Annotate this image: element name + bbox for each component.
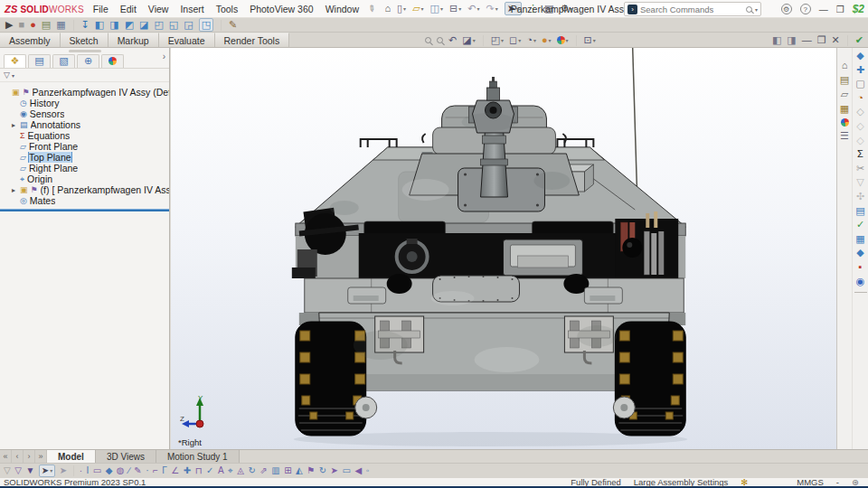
atool-23-icon[interactable]: ⚑ bbox=[307, 466, 315, 475]
view-cube-7-icon[interactable]: ◲ bbox=[184, 20, 193, 30]
filter-faces-icon[interactable]: ▼ bbox=[25, 466, 34, 475]
tool-11-icon[interactable]: ✣ bbox=[856, 192, 864, 202]
configurationmanager-icon[interactable]: ▧ bbox=[59, 56, 68, 66]
edit-appearance-icon[interactable]: ●▾ bbox=[542, 35, 552, 45]
pane-right-icon[interactable]: ◨ bbox=[787, 35, 796, 45]
filter-icon[interactable]: ▽ bbox=[4, 70, 10, 80]
close-badge[interactable]: $2 bbox=[853, 3, 864, 15]
tree-filter-row[interactable]: ▽▾ bbox=[0, 69, 169, 82]
appearances-scenes-icon[interactable] bbox=[841, 118, 849, 127]
panel-expand-icon[interactable]: › bbox=[163, 52, 165, 61]
featuremanager-icon[interactable]: ❖ bbox=[11, 56, 20, 66]
atool-4-icon[interactable]: ◆ bbox=[106, 466, 113, 475]
atool-21-icon[interactable]: ⊞ bbox=[284, 466, 291, 475]
atool-3-icon[interactable]: ▭ bbox=[93, 466, 101, 475]
search-box[interactable]: › ▾ bbox=[624, 2, 761, 16]
select-cursor-icon[interactable]: ➤▾ bbox=[39, 465, 55, 477]
pin-menu-icon[interactable]: ✎ bbox=[365, 3, 377, 15]
minimize-doc-icon[interactable]: — bbox=[802, 35, 812, 45]
doc-tab-model[interactable]: Model bbox=[47, 450, 96, 463]
tool-8-icon[interactable]: Σ bbox=[857, 149, 863, 159]
atool-9-icon[interactable]: ⌐ bbox=[153, 466, 158, 475]
doc-tab-motion-study-1[interactable]: Motion Study 1 bbox=[156, 450, 240, 463]
display-style-icon[interactable]: ◻▾ bbox=[509, 35, 521, 45]
tool-17-icon[interactable]: ◉ bbox=[856, 277, 865, 286]
search-icon[interactable] bbox=[746, 6, 752, 13]
tree-item-origin[interactable]: ⌖Origin bbox=[0, 174, 169, 184]
expand-arrow-icon[interactable]: ▸ bbox=[12, 121, 20, 129]
doc-tab-nav-0[interactable]: « bbox=[0, 450, 12, 463]
atool-1-icon[interactable]: ∙ bbox=[80, 466, 82, 475]
view-cube-6-icon[interactable]: ◱ bbox=[169, 20, 178, 30]
view-cube-4-icon[interactable]: ◪ bbox=[139, 20, 148, 30]
menu-item-tools[interactable]: Tools bbox=[216, 4, 239, 14]
dimxpertmanager-icon[interactable]: ⊕ bbox=[84, 56, 92, 66]
status-options-icon[interactable]: ⊛ bbox=[852, 477, 859, 487]
tool-16-icon[interactable]: ▪ bbox=[859, 262, 863, 272]
filter-caret-icon[interactable]: ▾ bbox=[12, 72, 14, 79]
atool-18-icon[interactable]: ↻ bbox=[248, 466, 255, 475]
doc-tab-3d-views[interactable]: 3D Views bbox=[96, 450, 156, 463]
atool-25-icon[interactable]: ➤ bbox=[331, 466, 338, 475]
tree-item-top-plane[interactable]: ▱Top Plane bbox=[0, 152, 169, 163]
atool-14-icon[interactable]: ✓ bbox=[206, 466, 213, 475]
undo-icon[interactable]: ↶▾ bbox=[467, 4, 479, 14]
user-options-icon[interactable]: ⚙ bbox=[781, 4, 792, 14]
record-icon[interactable]: ● bbox=[30, 20, 36, 30]
view-orientation-icon[interactable]: ◰▾ bbox=[491, 35, 504, 45]
graphics-viewport[interactable]: Y Z *Right bbox=[170, 48, 836, 449]
tree-item-right-plane[interactable]: ▱Right Plane bbox=[0, 163, 169, 174]
tool-13-icon[interactable]: ✓ bbox=[856, 220, 864, 230]
menu-item-window[interactable]: Window bbox=[326, 4, 359, 14]
atool-12-icon[interactable]: ✚ bbox=[184, 466, 191, 475]
help-icon[interactable]: ? bbox=[800, 4, 811, 14]
menu-item-file[interactable]: File bbox=[93, 4, 108, 14]
tree-item-sensors[interactable]: ◉Sensors bbox=[0, 108, 169, 119]
propertymanager-icon[interactable]: ▤ bbox=[34, 56, 43, 66]
tab-render-tools[interactable]: Render Tools bbox=[215, 33, 290, 47]
doc-tab-nav-1[interactable]: ‹ bbox=[12, 450, 24, 463]
play-icon[interactable]: ▶ bbox=[5, 20, 13, 30]
atool-22-icon[interactable]: ◭ bbox=[296, 466, 303, 475]
doc-tab-nav-2[interactable]: › bbox=[24, 450, 35, 463]
previous-view-icon[interactable]: ↶ bbox=[448, 35, 457, 45]
menu-item-edit[interactable]: Edit bbox=[120, 4, 137, 14]
design-library-icon[interactable]: ▤ bbox=[840, 75, 849, 85]
atool-20-icon[interactable]: ▥ bbox=[271, 466, 279, 475]
tool-15-icon[interactable]: ◆ bbox=[856, 248, 863, 258]
tree-item-panzerkampfwagen-iv-assy-default-display[interactable]: ▣⚑Panzerkampfwagen IV Assy (Default) <Di… bbox=[0, 87, 169, 98]
atool-28-icon[interactable]: ◦ bbox=[366, 466, 370, 475]
filter-vertices-icon[interactable]: ▽ bbox=[14, 466, 22, 475]
capture-options-icon[interactable]: ▦ bbox=[56, 20, 65, 30]
spell-check-icon[interactable]: ✔ bbox=[855, 35, 863, 45]
atool-24-icon[interactable]: ↻ bbox=[319, 466, 326, 475]
print-icon[interactable]: ⊟▾ bbox=[449, 4, 461, 14]
fm-tab-configurationmanager[interactable]: ▧ bbox=[52, 54, 75, 68]
lasso-cursor-icon[interactable]: ➤ bbox=[60, 466, 67, 475]
tool-4-icon[interactable]: ◔ bbox=[857, 93, 863, 103]
tool-10-icon[interactable]: ▽ bbox=[856, 177, 863, 187]
atool-16-icon[interactable]: ⌖ bbox=[228, 466, 233, 475]
tree-item-annotations[interactable]: ▸▤Annotations bbox=[0, 119, 169, 130]
zoom-to-area-icon[interactable] bbox=[437, 37, 443, 43]
view-cube-5-icon[interactable]: ◰ bbox=[154, 20, 163, 30]
rollback-bar[interactable] bbox=[0, 209, 169, 211]
units-label[interactable]: MMGS bbox=[797, 477, 824, 487]
view-cube-3-icon[interactable]: ◩ bbox=[125, 20, 134, 30]
tool-12-icon[interactable]: ▤ bbox=[855, 206, 864, 216]
atool-26-icon[interactable]: ▭ bbox=[342, 466, 350, 475]
fm-tab-propertymanager[interactable]: ▤ bbox=[28, 54, 51, 68]
tree-item-history[interactable]: ◷History bbox=[0, 98, 169, 108]
file-explorer-icon[interactable]: ▱ bbox=[841, 89, 848, 99]
fm-tab-displaymanager[interactable] bbox=[101, 54, 124, 68]
menu-item-insert[interactable]: Insert bbox=[180, 4, 203, 14]
search-input[interactable] bbox=[640, 5, 746, 14]
save-capture-icon[interactable]: ▤ bbox=[42, 20, 51, 30]
tool-9-icon[interactable]: ✂ bbox=[856, 164, 864, 174]
atool-6-icon[interactable]: ∕ bbox=[128, 466, 130, 475]
tool-1-icon[interactable]: ◆ bbox=[856, 51, 863, 61]
atool-5-icon[interactable]: ◍ bbox=[117, 466, 125, 475]
atool-11-icon[interactable]: ∠ bbox=[171, 466, 179, 475]
tab-assembly[interactable]: Assembly bbox=[0, 33, 61, 47]
menu-item-photoview-360[interactable]: PhotoView 360 bbox=[250, 4, 313, 14]
